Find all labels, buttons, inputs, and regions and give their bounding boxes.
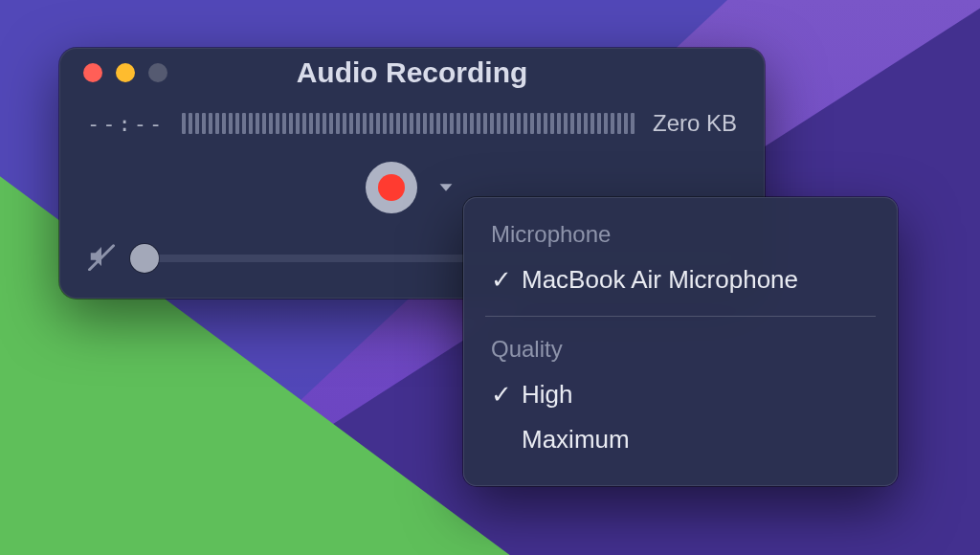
record-button[interactable] (366, 162, 417, 213)
audio-level-meter (182, 113, 635, 134)
menu-item-label: Maximum (522, 425, 630, 455)
microphone-option[interactable]: ✓ MacBook Air Microphone (464, 257, 897, 302)
speaker-muted-icon[interactable] (87, 242, 116, 275)
options-dropdown-button[interactable] (433, 174, 459, 201)
quality-section-title: Quality (464, 332, 897, 372)
zoom-disabled-icon (148, 63, 167, 82)
microphone-section-title: Microphone (464, 217, 897, 257)
menu-separator (485, 316, 876, 317)
recording-info-row: --:-- Zero KB (60, 97, 764, 137)
elapsed-time: --:-- (87, 112, 165, 136)
options-dropdown-menu: Microphone ✓ MacBook Air Microphone Qual… (463, 197, 898, 486)
record-icon (378, 174, 405, 201)
menu-item-label: MacBook Air Microphone (522, 265, 798, 295)
quality-option-maximum[interactable]: Maximum (464, 417, 897, 462)
check-icon: ✓ (491, 265, 512, 295)
minimize-icon[interactable] (116, 63, 135, 82)
file-size-label: Zero KB (653, 110, 737, 137)
chevron-down-icon (435, 177, 457, 198)
quality-option-high[interactable]: ✓ High (464, 372, 897, 417)
window-titlebar[interactable]: Audio Recording (60, 49, 764, 97)
check-icon: ✓ (491, 380, 512, 410)
volume-slider-thumb[interactable] (130, 244, 159, 273)
menu-item-label: High (522, 380, 572, 410)
window-controls (60, 63, 167, 82)
close-icon[interactable] (83, 63, 102, 82)
